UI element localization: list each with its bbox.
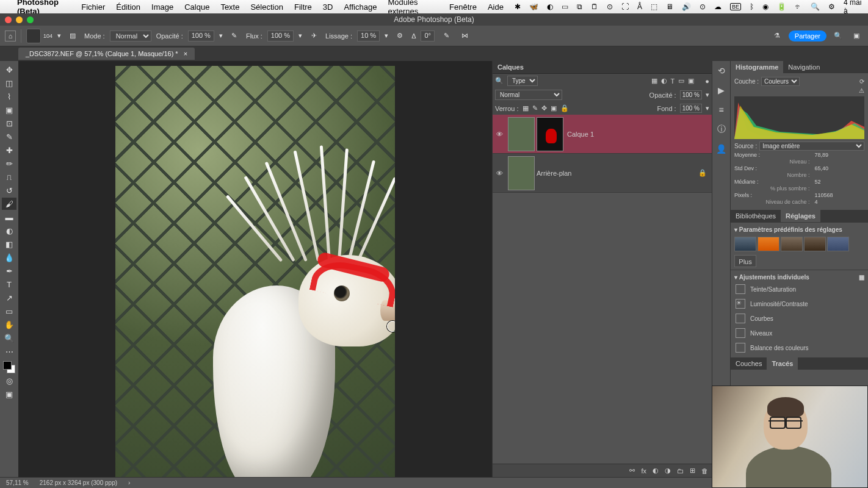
- zoom-tool[interactable]: 🔍: [2, 332, 16, 344]
- menubar-icon[interactable]: 🦋: [529, 2, 538, 11]
- layers-tab[interactable]: Calques: [493, 61, 712, 74]
- filter-type-select[interactable]: Type: [507, 76, 538, 86]
- menubar-icon[interactable]: ✱: [515, 2, 521, 11]
- warning-icon[interactable]: ⚠: [859, 87, 864, 94]
- traces-tab[interactable]: Tracés: [767, 357, 798, 370]
- gradient-tool[interactable]: ▬: [2, 211, 16, 223]
- menu-fenetre[interactable]: Fenêtre: [449, 2, 477, 12]
- menu-filtre[interactable]: Filtre: [294, 2, 312, 12]
- preset-thumb[interactable]: [758, 237, 779, 251]
- preset-thumb[interactable]: [827, 237, 849, 251]
- layer-row[interactable]: 👁 Calque 1: [493, 115, 712, 154]
- flux-value[interactable]: 100 %: [267, 30, 294, 41]
- layer-name[interactable]: Arrière-plan: [537, 170, 571, 177]
- chevron-down-icon[interactable]: ▾: [706, 104, 709, 112]
- workspace-icon[interactable]: ▣: [850, 29, 863, 43]
- trash-icon[interactable]: 🗑: [701, 467, 708, 475]
- layer-mask-icon[interactable]: ◐: [653, 467, 659, 475]
- menubar-icon[interactable]: ⧉: [577, 2, 582, 11]
- layer-mask-thumbnail[interactable]: [537, 117, 563, 151]
- new-layer-icon[interactable]: ⊞: [690, 467, 695, 475]
- clone-stamp-tool[interactable]: ⎍: [2, 171, 16, 183]
- lock-icon[interactable]: 🔒: [698, 169, 707, 177]
- layer-thumbnail[interactable]: [508, 156, 535, 190]
- frame-tool[interactable]: ⊡: [2, 117, 16, 129]
- dodge-tool[interactable]: ◐: [2, 224, 16, 237]
- layer-name[interactable]: Calque 1: [567, 131, 594, 138]
- lock-all-icon[interactable]: 🔒: [560, 104, 569, 112]
- menubar-icon[interactable]: ◐: [547, 2, 553, 11]
- pen-tool[interactable]: ✒: [2, 265, 16, 277]
- rail-icon[interactable]: 👤: [715, 143, 728, 155]
- menu-aide[interactable]: Aide: [488, 2, 504, 12]
- adjustment-item[interactable]: Niveaux: [734, 326, 864, 340]
- source-select[interactable]: Image entière: [759, 142, 864, 151]
- menu-edition[interactable]: Édition: [116, 2, 140, 12]
- edit-toolbar[interactable]: ⋯: [2, 345, 16, 357]
- crop-tool[interactable]: ▣: [2, 104, 16, 116]
- chevron-down-icon[interactable]: ▾: [57, 32, 61, 40]
- menubar-icon[interactable]: ▭: [562, 2, 568, 11]
- preset-thumb[interactable]: [804, 237, 826, 251]
- brush-preset-picker[interactable]: [26, 29, 41, 43]
- shape-tool[interactable]: ▭: [2, 305, 16, 317]
- color-swatches[interactable]: [3, 361, 15, 373]
- angle-value[interactable]: 0°: [421, 30, 435, 41]
- rail-icon[interactable]: ▶: [715, 84, 728, 96]
- opacity-value[interactable]: 100 %: [188, 30, 214, 41]
- adjustment-item[interactable]: Teinte/Saturation: [734, 282, 864, 296]
- link-layers-icon[interactable]: ⚯: [629, 467, 635, 475]
- tool-preset-icon[interactable]: ▨: [66, 29, 79, 43]
- menu-selection[interactable]: Sélection: [250, 2, 283, 12]
- battery-icon[interactable]: 🔋: [777, 2, 786, 11]
- lock-position-icon[interactable]: ✥: [541, 104, 547, 112]
- marquee-tool[interactable]: ◫: [2, 77, 16, 89]
- eraser-tool[interactable]: ◧: [2, 238, 16, 250]
- filter-shape-icon[interactable]: ▭: [678, 77, 684, 85]
- fill-value[interactable]: 100 %: [680, 104, 702, 113]
- adjust-layer-icon[interactable]: ◑: [665, 467, 671, 475]
- share-button[interactable]: Partager: [789, 30, 826, 41]
- layer-fx-icon[interactable]: fx: [641, 467, 646, 475]
- preset-thumb[interactable]: [781, 237, 803, 251]
- menubar-icon[interactable]: ⊙: [700, 2, 706, 11]
- layer-blend-mode[interactable]: Normal: [495, 90, 562, 100]
- rail-icon[interactable]: ⟲: [715, 65, 728, 77]
- canvas-area[interactable]: [18, 61, 492, 477]
- visibility-toggle[interactable]: 👁: [493, 131, 506, 138]
- preset-thumb[interactable]: [734, 237, 756, 251]
- screen-mode-tool[interactable]: ▣: [2, 388, 16, 400]
- layer-opacity-value[interactable]: 100 %: [680, 90, 702, 99]
- minimize-window-button[interactable]: [16, 16, 23, 23]
- filter-smart-icon[interactable]: ▣: [688, 77, 694, 85]
- histogram-tab[interactable]: Histogramme: [731, 61, 783, 73]
- filter-adjust-icon[interactable]: ◐: [661, 77, 667, 85]
- search-icon[interactable]: 🔍: [831, 29, 845, 43]
- layer-row[interactable]: 👁 Arrière-plan 🔒: [493, 154, 712, 193]
- menu-calque[interactable]: Calque: [184, 2, 209, 12]
- menubar-icon[interactable]: ⊙: [607, 2, 613, 11]
- couches-tab[interactable]: Couches: [731, 357, 767, 370]
- move-tool[interactable]: ✥: [2, 63, 16, 76]
- eyedropper-tool[interactable]: ✎: [2, 131, 16, 143]
- home-button[interactable]: ⌂: [5, 30, 16, 41]
- search-icon[interactable]: 🔍: [811, 2, 820, 11]
- menu-image[interactable]: Image: [151, 2, 173, 12]
- grid-view-icon[interactable]: ▦: [859, 274, 864, 281]
- chevron-down-icon[interactable]: ▾: [298, 32, 302, 40]
- document-canvas[interactable]: [115, 66, 395, 477]
- beaker-icon[interactable]: ⚗: [770, 29, 784, 43]
- menu-texte[interactable]: Texte: [220, 2, 239, 12]
- visibility-toggle[interactable]: 👁: [493, 170, 506, 177]
- blur-tool[interactable]: 💧: [2, 251, 16, 264]
- chevron-down-icon[interactable]: ▾: [734, 274, 737, 281]
- adjustment-item[interactable]: ☀Luminosité/Contraste: [734, 296, 864, 311]
- lock-transparent-icon[interactable]: ▦: [523, 104, 529, 112]
- refresh-icon[interactable]: ⟳: [859, 78, 864, 85]
- rail-icon[interactable]: ≡: [715, 104, 728, 116]
- adjustment-item[interactable]: Courbes: [734, 311, 864, 326]
- navigation-tab[interactable]: Navigation: [783, 61, 825, 73]
- zoom-window-button[interactable]: [27, 16, 34, 23]
- couche-select[interactable]: Couleurs: [761, 77, 800, 86]
- control-center-icon[interactable]: ⚙: [828, 2, 835, 11]
